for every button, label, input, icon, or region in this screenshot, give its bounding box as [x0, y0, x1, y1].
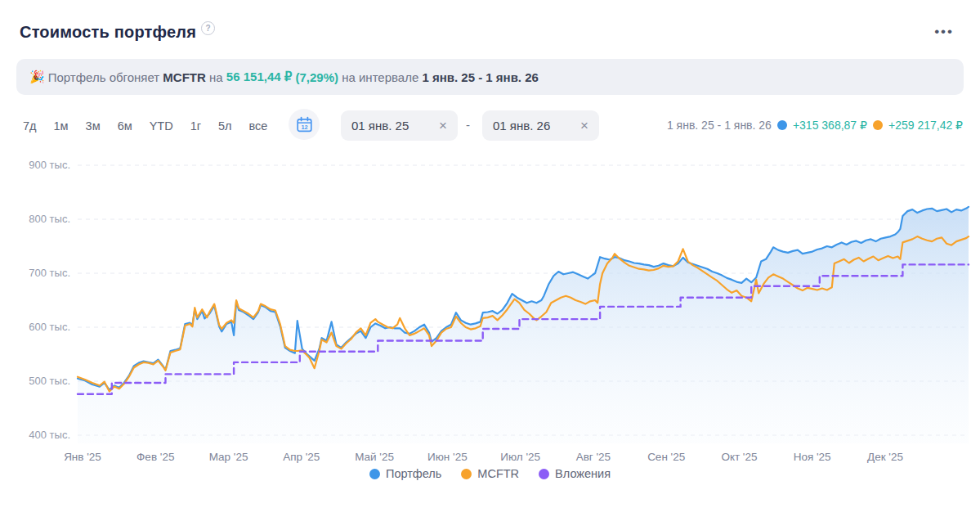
banner-amount: 56 151,44 ₽	[226, 70, 292, 84]
x-tick-label: Ноя '25	[776, 451, 849, 463]
portfolio-chart	[0, 155, 980, 450]
portfolio-value-widget: Стоимость портфеля ? ••• 🎉Портфель обгон…	[0, 0, 980, 508]
banner-benchmark-name: MCFTR	[163, 70, 206, 84]
party-emoji-icon: 🎉	[29, 70, 45, 84]
x-tick-label: Сен '25	[629, 451, 703, 463]
outperformance-banner: 🎉Портфель обгоняет MCFTR на 56 151,44 ₽ …	[16, 59, 964, 95]
date-to-input[interactable]: 01 янв. 26 ×	[482, 110, 599, 141]
header: Стоимость портфеля ?	[20, 23, 215, 42]
portfolio-change-value: +315 368,87 ₽	[793, 119, 867, 132]
benchmark-change-value: +259 217,42 ₽	[888, 119, 963, 132]
benchmark-dot-icon	[873, 120, 883, 130]
banner-interval-label: на интервале	[342, 70, 418, 84]
range-button-1м[interactable]: 1м	[53, 118, 69, 134]
calendar-button[interactable]: 12	[289, 109, 320, 140]
banner-interval-value: 1 янв. 25 - 1 янв. 26	[422, 70, 538, 84]
legend-item-вложения[interactable]: Вложения	[539, 467, 611, 480]
range-selector: 7д1м3м6мYTD1г5лвсе	[22, 112, 268, 140]
page-title: Стоимость портфеля	[20, 23, 196, 42]
range-button-YTD[interactable]: YTD	[149, 118, 174, 134]
legend-dot-icon	[461, 469, 472, 479]
x-tick-label: Июл '25	[484, 451, 557, 463]
legend-item-портфель[interactable]: Портфель	[369, 467, 441, 480]
help-icon[interactable]: ?	[201, 21, 215, 35]
legend-label: Портфель	[386, 467, 441, 480]
portfolio-area-fill	[78, 207, 969, 443]
range-button-3м[interactable]: 3м	[85, 118, 101, 134]
date-from-value: 01 янв. 25	[351, 119, 409, 133]
range-button-5л[interactable]: 5л	[217, 118, 233, 134]
chart-legend: ПортфельMCFTRВложения	[0, 467, 980, 480]
banner-lead-text: Портфель обгоняет	[48, 70, 159, 84]
interval-summary: 1 янв. 25 - 1 янв. 26 +315 368,87 ₽ +259…	[667, 119, 963, 132]
range-button-7д[interactable]: 7д	[22, 118, 38, 134]
x-tick-label: Апр '25	[265, 451, 338, 463]
legend-dot-icon	[369, 469, 380, 479]
range-button-1г[interactable]: 1г	[190, 118, 202, 134]
portfolio-dot-icon	[777, 120, 787, 130]
date-to-value: 01 янв. 26	[493, 119, 550, 133]
legend-dot-icon	[539, 469, 549, 479]
clear-date-from-icon[interactable]: ×	[439, 119, 447, 133]
range-button-6м[interactable]: 6м	[117, 118, 133, 134]
x-tick-label: Окт '25	[702, 451, 776, 463]
x-tick-label: Май '25	[338, 451, 411, 463]
date-from-input[interactable]: 01 янв. 25 ×	[341, 110, 458, 141]
range-button-все[interactable]: все	[248, 118, 269, 134]
svg-text:12: 12	[301, 123, 307, 130]
banner-na-text: на	[209, 70, 223, 84]
x-tick-label: Мар '25	[192, 451, 266, 463]
more-menu-button[interactable]: •••	[931, 25, 957, 39]
x-tick-label: Фев '25	[119, 451, 192, 463]
legend-label: Вложения	[555, 467, 611, 480]
x-tick-label: Дек '25	[848, 451, 922, 463]
x-tick-label: Июн '25	[410, 451, 484, 463]
calendar-icon: 12	[296, 116, 313, 133]
x-tick-label: Авг '25	[557, 451, 630, 463]
date-range-separator: -	[466, 118, 470, 132]
x-tick-label: Янв '25	[46, 451, 119, 463]
banner-percent: (7,29%)	[295, 70, 338, 84]
legend-label: MCFTR	[477, 467, 519, 480]
legend-item-mcftr[interactable]: MCFTR	[461, 467, 519, 480]
summary-interval-text: 1 янв. 25 - 1 янв. 26	[667, 119, 772, 132]
clear-date-to-icon[interactable]: ×	[580, 119, 588, 133]
